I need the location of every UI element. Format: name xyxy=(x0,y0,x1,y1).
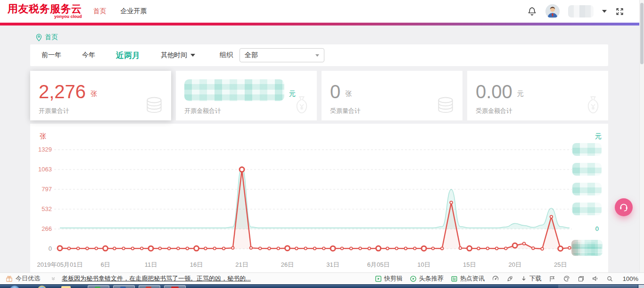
taskbar-clock-area xyxy=(558,285,637,288)
browser-bottom-bar: 今日优选 老板因为秘书拿错文件，在走廊把秘书骂了一顿。正骂的凶，秘书的... 快… xyxy=(0,272,644,284)
other-time-label: 其他时间 xyxy=(161,51,187,59)
explorer-folder-icon[interactable] xyxy=(61,286,71,288)
card-value: 0 xyxy=(330,82,340,101)
filter-panel: 前一年 今年 近两月 其他时间 组织 全部 xyxy=(30,44,608,66)
right-axis-label-blurred xyxy=(572,203,602,215)
svg-text:11日: 11日 xyxy=(145,261,157,268)
card-unit: 张 xyxy=(345,90,352,98)
nav-home[interactable]: 首页 xyxy=(93,7,107,16)
tool-flag[interactable] xyxy=(549,275,556,282)
daily-picks-label: 今日优选 xyxy=(16,274,40,283)
fullscreen-icon[interactable] xyxy=(615,7,624,16)
taskbar-app-button[interactable] xyxy=(139,285,160,288)
left-axis-name: 张 xyxy=(40,132,46,141)
org-select[interactable]: 全部 xyxy=(239,48,324,62)
logo-subtext: yonyou cloud xyxy=(8,15,82,19)
svg-text:26日: 26日 xyxy=(281,261,294,268)
chart-plot: 02665327971063132902019年05月01日6日11日16日21… xyxy=(30,124,608,272)
coins-icon xyxy=(144,96,165,117)
breadcrumb-label: 首页 xyxy=(45,33,58,42)
chart-corner-blurred xyxy=(571,240,603,256)
header-right xyxy=(527,4,636,18)
bell-icon[interactable] xyxy=(527,6,537,17)
nav-enterprise-invoicing[interactable]: 企业开票 xyxy=(121,7,147,16)
scrollbar-thumb[interactable] xyxy=(640,3,644,64)
app-logo[interactable]: 用友税务服务云 yonyou cloud xyxy=(8,4,82,19)
card-invoice-count[interactable]: 2,276 张 开票量合计 xyxy=(30,71,171,120)
card-invoice-amount[interactable]: 元 开票金额合计 xyxy=(176,71,317,120)
collapse-ticker-icon[interactable] xyxy=(50,276,56,281)
svg-text:25日: 25日 xyxy=(554,261,567,268)
tool-play-circle[interactable]: 头条推荐 xyxy=(410,274,444,283)
avatar[interactable] xyxy=(545,4,560,18)
tool-download-arrow[interactable]: 下载 xyxy=(520,274,542,283)
card-received-amount[interactable]: 0.00 元 受票金额合计 xyxy=(467,71,608,120)
internet-explorer-icon[interactable] xyxy=(38,286,46,288)
svg-text:2019年05月01日: 2019年05月01日 xyxy=(37,261,83,268)
stat-cards: 2,276 张 开票量合计 元 开票金额合计 0 张 受票量合计 xyxy=(30,71,608,120)
invoice-trend-chart: 张 元 02665327971063132902019年05月01日6日11日1… xyxy=(30,124,608,272)
location-pin-icon xyxy=(36,34,42,42)
money-bag-icon xyxy=(585,95,602,117)
tool-search[interactable] xyxy=(606,275,613,282)
svg-text:0: 0 xyxy=(49,245,52,252)
svg-text:31日: 31日 xyxy=(326,261,339,268)
show-desktop-button[interactable] xyxy=(638,285,644,288)
breadcrumb[interactable]: 首页 xyxy=(36,33,58,42)
tool-clip-play[interactable]: 快剪辑 xyxy=(375,274,403,283)
username-blurred xyxy=(568,5,594,17)
app-header: 用友税务服务云 yonyou cloud 首页 企业开票 xyxy=(0,0,644,23)
tool-rocket[interactable] xyxy=(506,275,513,282)
card-received-count[interactable]: 0 张 受票量合计 xyxy=(322,71,462,120)
svg-text:0: 0 xyxy=(595,225,599,232)
tab-this-year[interactable]: 今年 xyxy=(82,51,95,59)
right-axis-label-blurred xyxy=(572,143,602,156)
daily-picks-button[interactable]: 今日优选 xyxy=(6,274,40,283)
scrollbar-track[interactable] xyxy=(639,0,644,272)
tool-swirl[interactable] xyxy=(563,275,570,282)
svg-text:1329: 1329 xyxy=(38,146,52,153)
card-label: 受票金额合计 xyxy=(476,107,600,115)
right-axis-label-blurred xyxy=(572,183,602,195)
tool-window[interactable] xyxy=(578,275,585,282)
chevron-down-icon xyxy=(190,54,195,57)
chevron-down-icon[interactable] xyxy=(602,10,607,13)
header-accent-gradient xyxy=(0,23,644,25)
page: 用友税务服务云 yonyou cloud 首页 企业开票 首页 前一年 今年 近… xyxy=(0,0,644,288)
taskbar-app-button[interactable] xyxy=(113,285,135,288)
svg-text:15日: 15日 xyxy=(463,261,476,268)
tool-gauge[interactable] xyxy=(492,275,499,282)
svg-text:10日: 10日 xyxy=(417,261,430,268)
svg-text:266: 266 xyxy=(41,225,52,232)
start-orb-icon[interactable] xyxy=(9,286,20,288)
money-bag-icon xyxy=(293,95,310,117)
tab-previous-year[interactable]: 前一年 xyxy=(41,51,61,59)
card-label: 开票金额合计 xyxy=(184,107,308,115)
org-select-value: 全部 xyxy=(245,51,258,59)
headset-icon xyxy=(619,202,629,212)
coins-icon xyxy=(435,96,456,117)
customer-service-fab[interactable] xyxy=(615,198,633,216)
tool-speaker[interactable] xyxy=(592,275,599,282)
taskbar-app-button[interactable] xyxy=(88,285,109,288)
zoom-level[interactable]: 100% xyxy=(620,275,638,282)
svg-text:21日: 21日 xyxy=(235,261,248,268)
svg-text:1063: 1063 xyxy=(38,166,52,173)
card-value: 0.00 xyxy=(476,82,512,101)
tab-last-two-months[interactable]: 近两月 xyxy=(116,50,140,61)
card-value: 2,276 xyxy=(39,82,86,101)
chevron-down-icon xyxy=(315,54,319,57)
card-unit: 张 xyxy=(91,90,97,98)
windows-taskbar-strip xyxy=(0,284,644,288)
svg-text:6月05日: 6月05日 xyxy=(367,261,390,268)
svg-text:16日: 16日 xyxy=(190,261,203,268)
svg-text:797: 797 xyxy=(41,186,52,193)
svg-text:532: 532 xyxy=(41,205,52,212)
news-ticker-link[interactable]: 老板因为秘书拿错文件，在走廊把秘书骂了一顿。正骂的凶，秘书的... xyxy=(62,274,251,283)
card-unit: 元 xyxy=(517,90,524,98)
org-label: 组织 xyxy=(220,51,233,59)
taskbar-app-button[interactable] xyxy=(164,285,186,288)
tool-news[interactable]: 热点资讯 xyxy=(451,274,485,283)
other-time-dropdown[interactable]: 其他时间 xyxy=(161,51,195,59)
right-axis-label-blurred xyxy=(572,163,602,176)
